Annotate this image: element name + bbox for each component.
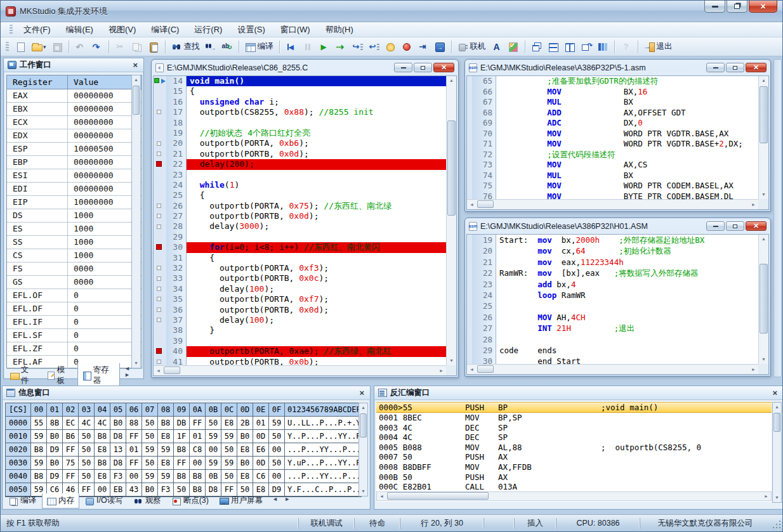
code-line[interactable]: 24 while(1) (154, 180, 446, 190)
breakpoint-gutter[interactable] (467, 150, 472, 160)
code-line[interactable]: 27 INT 21H ;退出 (467, 323, 758, 334)
hex-byte-cell[interactable]: C6 (253, 470, 269, 483)
hex-byte-cell[interactable]: 00 (206, 443, 221, 457)
code-text[interactable]: outportb(PORTB, 0x0d); (187, 149, 446, 159)
asm2-horizontal-scrollbar[interactable]: ◄ ► (467, 364, 758, 374)
code-text[interactable]: MOV AH,4CH (496, 312, 758, 323)
scrollbar-thumb[interactable] (164, 367, 180, 374)
new-file-button[interactable] (13, 40, 28, 54)
scroll-right-icon[interactable]: ► (749, 365, 758, 374)
run-to-cursor-button[interactable] (416, 40, 431, 54)
window-list-button[interactable] (595, 40, 610, 54)
hex-byte-cell[interactable]: FF (190, 417, 206, 430)
scrollbar-thumb[interactable] (360, 413, 367, 438)
info-tab-io[interactable]: I/O读写 (80, 493, 128, 509)
code-line[interactable]: 33 outportb(PORTB, 0x0c); (154, 273, 446, 283)
hex-byte-cell[interactable]: EC (63, 417, 79, 430)
help-button[interactable] (619, 40, 634, 54)
replace-button[interactable] (220, 40, 235, 54)
disassembly-row[interactable]: 0003 4CDECSP (376, 423, 772, 433)
asm1-close-button[interactable]: ✕ (746, 63, 767, 72)
breakpoint-gutter[interactable] (467, 356, 472, 364)
hex-byte-cell[interactable]: 59 (31, 430, 47, 443)
code-line[interactable]: 76 MOV BYTE PTR CODEM.BASEM,DL (467, 191, 758, 200)
code-line[interactable]: 40 outportb(PORTA, 0xae); //东西绿、南北红 (154, 346, 446, 356)
breakpoint-gutter[interactable] (154, 190, 166, 200)
disassembly-row[interactable]: 0005 B088MOVAL,88; outportb(CS8255, 0 (376, 443, 772, 453)
mdi-scrollbar[interactable] (773, 59, 782, 377)
hex-byte-cell[interactable]: 0B (206, 470, 221, 483)
reset-button[interactable] (284, 40, 299, 54)
register-row[interactable]: EFL.SF0 (7, 329, 141, 342)
hex-byte-cell[interactable]: B0 (47, 457, 63, 470)
register-row[interactable]: EBP00000000 (7, 156, 141, 169)
scrollbar-thumb[interactable] (760, 86, 768, 143)
scroll-up-icon[interactable]: ▲ (773, 403, 781, 412)
register-row[interactable]: EFL.DF0 (7, 302, 141, 316)
break-execution-button[interactable] (383, 40, 398, 54)
code-line[interactable]: 70 MOV WORD PTR VGDTR.BASE,AX (467, 129, 758, 139)
code-text[interactable]: outportb(PORTA, 0x75); //东西红、南北绿 (187, 201, 446, 211)
breakpoint-gutter[interactable] (467, 87, 472, 98)
hex-byte-cell[interactable]: 55 (31, 417, 47, 430)
breakpoint-gutter[interactable] (154, 315, 166, 325)
run-button[interactable] (317, 40, 332, 54)
code-line[interactable]: 29 (154, 232, 446, 242)
breakpoint-gutter[interactable] (467, 118, 472, 129)
format-colors-button[interactable] (506, 40, 521, 54)
breakpoint-gutter[interactable] (467, 301, 472, 311)
hex-byte-cell[interactable]: 00 (126, 470, 142, 483)
hex-byte-cell[interactable]: D8 (110, 430, 126, 443)
code-text[interactable]: MOV BYTE PTR CODEM.BASEM,DL (496, 191, 758, 200)
code-line[interactable]: 71 MOV WORD PTR VGDTR.BASE+2,DX; (467, 139, 758, 150)
menu-item-file[interactable]: 文件(F) (16, 23, 58, 37)
breakpoint-gutter[interactable] (467, 345, 472, 356)
scroll-up-icon[interactable]: ▲ (447, 76, 456, 85)
disassembly-row[interactable]: 000B 50PUSHAX (376, 472, 772, 483)
hex-byte-cell[interactable]: E8 (95, 443, 110, 457)
code-text[interactable]: mov eax,11223344h (496, 257, 758, 268)
breakpoint-gutter[interactable] (154, 118, 166, 128)
scroll-down-icon[interactable]: ▼ (447, 356, 456, 365)
hex-byte-cell[interactable]: 00 (269, 470, 285, 483)
code-line[interactable]: 73 MOV AX,CS (467, 160, 758, 171)
disassembly-row[interactable]: 000C E82B01CALL013A (376, 482, 772, 492)
paste-button[interactable] (146, 40, 161, 54)
hex-byte-cell[interactable]: E8 (237, 443, 253, 457)
code-line[interactable]: 26 outportb(PORTA, 0x75); //东西红、南北绿 (154, 201, 446, 211)
hex-byte-cell[interactable]: 4C (95, 417, 110, 430)
breakpoint-gutter[interactable] (467, 268, 472, 278)
code-text[interactable]: Start: mov bx,2000h ;外部存储器起始地址BX (496, 235, 758, 245)
c-code-area[interactable]: 14void main()15{16 unsigned char i;17 ou… (154, 76, 446, 365)
scroll-down-icon[interactable]: ▼ (759, 190, 768, 199)
scroll-up-icon[interactable]: ▲ (132, 75, 140, 84)
disasm-horizontal-scrollbar[interactable]: ◄ ► (376, 491, 772, 501)
menu-item-edit[interactable]: 编辑(E) (58, 23, 101, 37)
breakpoint-gutter[interactable] (467, 181, 472, 191)
workspace-panel-header[interactable]: 工作窗口 × (4, 58, 143, 72)
register-table-scrollbar[interactable]: ▲ ▼ (131, 75, 141, 368)
hex-byte-cell[interactable]: 4C (79, 417, 95, 430)
code-text[interactable]: ;准备要加载到GDTR的伪描述符 (496, 76, 758, 87)
step-over-button[interactable] (333, 40, 348, 54)
hex-byte-cell[interactable]: 0D (253, 430, 269, 443)
asm2-minimize-button[interactable] (706, 221, 725, 231)
hex-byte-cell[interactable]: B0 (237, 430, 253, 443)
code-text[interactable]: delay(100); (187, 284, 446, 294)
hex-byte-cell[interactable]: 59 (142, 443, 158, 457)
register-row[interactable]: CS1000 (7, 249, 141, 263)
resize-corner[interactable] (758, 199, 768, 209)
disassembly-row[interactable]: 0007 50PUSHAX (376, 452, 772, 462)
hex-byte-cell[interactable]: FF (63, 470, 79, 483)
code-text[interactable]: loop RamWR (496, 290, 758, 301)
hex-byte-cell[interactable]: 0D (253, 457, 269, 470)
c-horizontal-scrollbar[interactable]: ◄ ► (154, 365, 446, 375)
code-text[interactable]: MOV AX,CS (496, 160, 758, 171)
code-text[interactable]: //初始状态 4个路口红灯全亮 (187, 128, 446, 138)
register-row[interactable]: FS0000 (7, 263, 141, 276)
code-text[interactable]: outportb(CS8255, 0x88); //8255 init (187, 107, 446, 117)
workspace-tab-template[interactable]: 模板 (41, 363, 77, 389)
scroll-left-icon[interactable]: ◄ (467, 365, 477, 374)
code-line[interactable]: 19Start: mov bx,2000h ;外部存储器起始地址BX (467, 235, 758, 245)
hex-byte-cell[interactable]: 50 (269, 430, 285, 443)
